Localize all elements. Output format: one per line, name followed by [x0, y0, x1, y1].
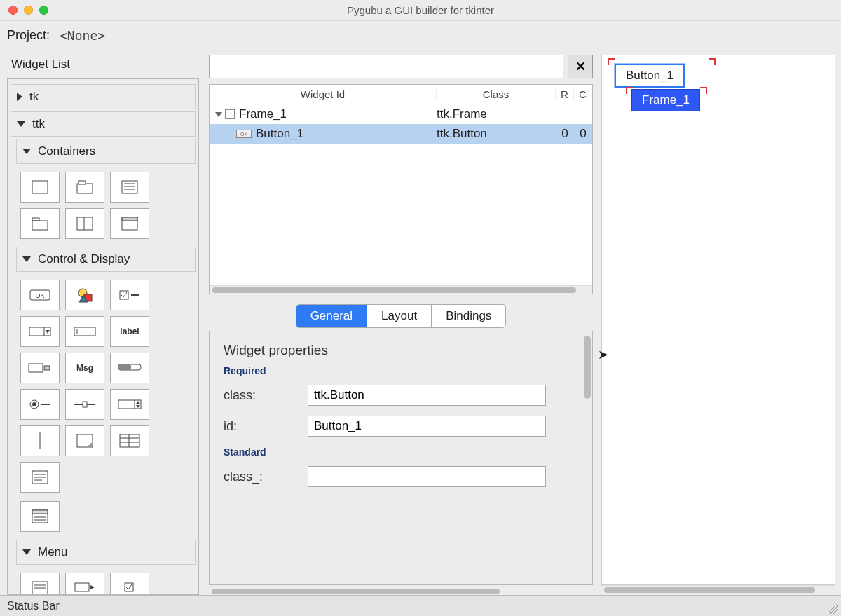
tool-button[interactable]: OK	[20, 280, 60, 310]
svg-rect-9	[77, 217, 93, 230]
tree-row[interactable]: Frame_1 ttk.Frame	[210, 104, 592, 124]
tree-cell-id: Button_1	[256, 127, 303, 141]
control-grid-2	[16, 498, 196, 538]
tool-separator[interactable]	[20, 425, 60, 456]
tab-bindings[interactable]: Bindings	[432, 305, 505, 327]
tool-progressbar[interactable]	[110, 353, 149, 383]
widget-palette: tk ttk Containers Control & Display	[7, 78, 199, 595]
chevron-down-icon	[22, 549, 31, 555]
properties-title: Widget properties	[224, 343, 578, 358]
col-class[interactable]: Class	[437, 88, 556, 100]
prop-hscroll[interactable]	[209, 587, 593, 595]
button-icon: OK	[236, 130, 252, 138]
tree-body[interactable]: Frame_1 ttk.Frame OK Button_1 ttk.Button…	[210, 104, 592, 285]
group-control-display[interactable]: Control & Display	[16, 247, 196, 272]
widget-list-title: Widget List	[7, 55, 199, 78]
svg-marker-17	[79, 295, 88, 302]
canvas-hscroll[interactable]	[601, 585, 835, 595]
tree-cell-class: ttk.Frame	[437, 107, 556, 121]
svg-point-29	[30, 400, 39, 409]
tool-folder[interactable]	[20, 208, 60, 239]
search-input[interactable]	[209, 55, 563, 78]
prop-label: class:	[224, 388, 308, 403]
tool-treeview[interactable]	[110, 425, 149, 456]
tool-combobox[interactable]	[20, 316, 60, 347]
svg-rect-2	[78, 181, 86, 184]
svg-rect-25	[29, 364, 43, 372]
search-clear-button[interactable]: ✕	[568, 55, 593, 78]
preview-frame-label[interactable]: Frame_1	[631, 89, 700, 111]
svg-rect-39	[77, 434, 93, 447]
tool-notebook[interactable]	[110, 172, 149, 203]
svg-rect-12	[122, 217, 137, 221]
left-panel: Widget List tk ttk Containers	[0, 49, 203, 595]
group-containers[interactable]: Containers	[16, 139, 196, 164]
tool-menu[interactable]	[20, 573, 60, 595]
tool-checkbutton[interactable]	[110, 280, 149, 310]
svg-marker-22	[46, 330, 50, 334]
center-panel: ✕ Widget Id Class R C Frame_1 ttk.Frame	[203, 49, 596, 595]
section-required: Required	[224, 365, 578, 376]
tool-sizegrip[interactable]	[65, 425, 104, 456]
tool-scale[interactable]	[65, 389, 104, 420]
tree-row[interactable]: OK Button_1 ttk.Button 0 0	[210, 124, 592, 144]
svg-rect-57	[125, 583, 133, 591]
svg-point-15	[78, 289, 87, 297]
tool-message[interactable]: Msg	[65, 353, 104, 383]
svg-rect-44	[32, 471, 48, 484]
tree-cell-r: 0	[556, 127, 574, 141]
tool-panedwindow[interactable]	[65, 208, 104, 239]
group-label: ttk	[32, 117, 45, 131]
group-menu[interactable]: Menu	[16, 540, 196, 565]
tree-hscroll[interactable]	[210, 285, 592, 294]
chevron-down-icon[interactable]	[215, 112, 222, 117]
containers-grid	[16, 166, 196, 245]
project-value: <None>	[60, 28, 105, 43]
tree-cell-class: ttk.Button	[437, 127, 556, 141]
group-tk[interactable]: tk	[11, 84, 196, 109]
tool-radiobutton[interactable]	[20, 389, 60, 420]
col-c[interactable]: C	[574, 88, 592, 100]
tool-menuitem[interactable]	[65, 573, 104, 595]
col-r[interactable]: R	[556, 88, 574, 100]
tool-label[interactable]: label	[110, 316, 149, 347]
tool-entry[interactable]	[65, 316, 104, 347]
svg-marker-37	[136, 405, 140, 408]
selection-corner-icon	[700, 87, 707, 94]
menu-grid	[16, 567, 196, 595]
svg-rect-52	[32, 582, 48, 594]
svg-rect-13	[30, 290, 50, 300]
svg-rect-0	[32, 181, 48, 193]
prop-input-class[interactable]	[308, 385, 546, 406]
main-area: Widget List tk ttk Containers	[0, 49, 841, 595]
group-ttk[interactable]: ttk	[11, 111, 196, 137]
prop-input-id[interactable]	[308, 416, 546, 437]
svg-rect-40	[120, 434, 139, 447]
prop-input-class_[interactable]	[308, 466, 546, 487]
tool-text[interactable]	[20, 462, 60, 493]
tab-general[interactable]: General	[296, 305, 367, 327]
tool-labeled-entry[interactable]	[20, 353, 60, 383]
tool-frame[interactable]	[20, 172, 60, 203]
tool-extra[interactable]	[20, 501, 60, 532]
svg-rect-26	[44, 366, 50, 370]
tool-toplevel[interactable]	[110, 208, 149, 239]
tree-cell-c: 0	[574, 127, 592, 141]
svg-rect-16	[84, 294, 92, 301]
status-bar: Status Bar	[0, 595, 841, 616]
col-widget-id[interactable]: Widget Id	[210, 88, 437, 100]
svg-rect-48	[32, 510, 48, 523]
preview-button[interactable]: Button_1	[615, 64, 685, 88]
tool-menucheck[interactable]	[110, 573, 149, 595]
tab-layout[interactable]: Layout	[367, 305, 432, 327]
tool-canvas[interactable]	[65, 280, 104, 310]
preview-canvas[interactable]: Button_1 Frame_1	[601, 55, 835, 585]
section-standard: Standard	[224, 446, 578, 458]
prop-vscroll[interactable]	[584, 336, 591, 399]
svg-rect-7	[32, 221, 48, 230]
resize-grip-icon[interactable]	[828, 604, 838, 614]
properties-tabset: General Layout Bindings	[296, 304, 507, 328]
tool-labelframe[interactable]	[65, 172, 104, 203]
tool-spinbox[interactable]	[110, 389, 149, 420]
svg-rect-23	[74, 327, 95, 336]
